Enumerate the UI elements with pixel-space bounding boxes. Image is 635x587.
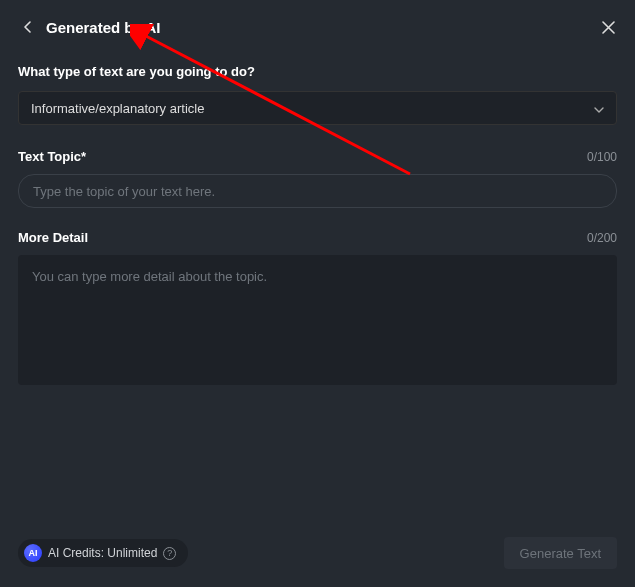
detail-label: More Detail [18,230,88,245]
close-icon [602,21,615,34]
ai-credits-text: AI Credits: Unlimited [48,546,157,560]
panel-title: Generated by AI [46,19,160,36]
detail-counter: 0/200 [587,231,617,245]
generate-text-button[interactable]: Generate Text [504,537,617,569]
topic-label-row: Text Topic* 0/100 [18,149,617,164]
footer: AI AI Credits: Unlimited ? Generate Text [18,537,617,569]
chevron-left-icon [23,21,31,33]
info-icon[interactable]: ? [163,547,176,560]
text-type-value: Informative/explanatory article [31,101,204,116]
close-button[interactable] [599,18,617,36]
ai-credits-pill: AI AI Credits: Unlimited ? [18,539,188,567]
detail-textarea[interactable] [18,255,617,385]
topic-input[interactable] [18,174,617,208]
chevron-down-icon [594,101,604,116]
ai-generate-panel: Generated by AI What type of text are yo… [0,0,635,587]
topic-label: Text Topic* [18,149,86,164]
topic-counter: 0/100 [587,150,617,164]
back-button[interactable] [18,18,36,36]
detail-label-row: More Detail 0/200 [18,230,617,245]
header: Generated by AI [18,18,617,36]
ai-badge-icon: AI [24,544,42,562]
text-type-select[interactable]: Informative/explanatory article [18,91,617,125]
text-type-label: What type of text are you going to do? [18,64,617,79]
